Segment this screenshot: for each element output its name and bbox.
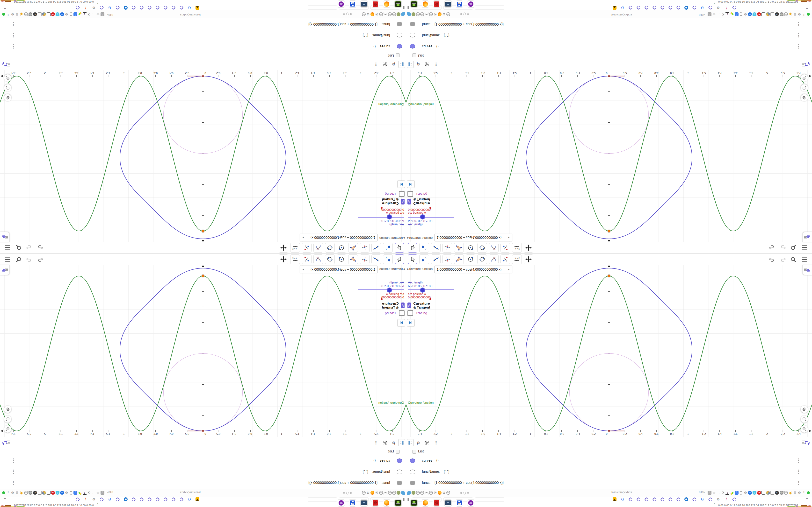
plus-blue-icon[interactable]: +	[60, 12, 64, 16]
toolbar-button-conic-tool[interactable]	[477, 243, 487, 252]
kebab-icon[interactable]: •••	[13, 469, 14, 474]
panel-toggle-button[interactable]	[0, 265, 10, 275]
drop-icon[interactable]	[407, 491, 411, 495]
bookmark-google-icon[interactable]: G	[108, 6, 112, 10]
bookmark-geogebra-icon[interactable]	[148, 6, 152, 10]
globe-icon[interactable]	[24, 491, 28, 495]
kebab-icon[interactable]: •••	[798, 458, 799, 463]
curvature-tangent-checkbox[interactable]: ✓	[407, 302, 411, 308]
bookmark-google-icon[interactable]: G	[188, 6, 191, 10]
algebra-row[interactable]: curves = {} •••	[406, 40, 812, 52]
translate-blue-icon[interactable]: A	[735, 12, 739, 16]
bookmark-geogebra-icon[interactable]	[116, 497, 120, 501]
bookmark-geogebra-icon[interactable]	[628, 497, 632, 501]
plus-blue-icon[interactable]: +	[748, 12, 752, 16]
tracing-checkbox[interactable]	[399, 310, 405, 316]
crayon-icon[interactable]	[78, 491, 82, 495]
toolbar-button-polygon-tool[interactable]	[348, 255, 358, 264]
dock-green-device-icon[interactable]	[410, 0, 418, 8]
mouse-icon[interactable]	[69, 491, 73, 495]
zoom-in-button[interactable]	[4, 415, 11, 423]
tracing-checkbox[interactable]	[399, 191, 405, 197]
stylebar-kebab-menu[interactable]: •••	[372, 61, 379, 68]
bookmark-geogebra-icon[interactable]	[156, 6, 159, 10]
bookmark-f-red-icon[interactable]: f	[84, 497, 88, 501]
wrench-icon[interactable]: ⚒	[15, 491, 19, 495]
shield-cyan-icon[interactable]: ↓	[56, 491, 59, 495]
visibility-marble[interactable]	[397, 22, 402, 26]
olive-circle-icon[interactable]	[397, 12, 400, 16]
toolbar-button-move-tool[interactable]	[408, 243, 417, 252]
dock-monitor-icon[interactable]	[360, 499, 367, 507]
trash-icon[interactable]	[761, 491, 765, 495]
kebab-icon[interactable]: •••	[13, 44, 14, 49]
dock-floppy64-icon[interactable]: 64	[456, 499, 463, 507]
algebra-row[interactable]: funcNames = {" "} •••	[0, 466, 406, 478]
dark-circle-icon[interactable]: UO	[33, 491, 37, 495]
gear-icon[interactable]: ⚙	[744, 491, 748, 495]
bookmark-google-icon[interactable]: G	[188, 497, 191, 501]
zoom-out-button[interactable]	[4, 426, 11, 433]
globe-icon[interactable]	[420, 12, 424, 16]
toolbar-button-conic-tool[interactable]	[477, 255, 487, 264]
globe-icon[interactable]	[392, 491, 396, 495]
gear-icon[interactable]: ⚙	[11, 491, 14, 495]
slider-thumb[interactable]	[420, 214, 425, 219]
skip-forward-button[interactable]	[397, 181, 405, 188]
toolbar-button-move-graphics-tool[interactable]	[524, 243, 534, 252]
bookmark-geogebra-icon[interactable]	[100, 497, 104, 501]
curvature-tangent-checkbox[interactable]: ✓	[401, 199, 405, 205]
bookmark-geogebra-icon[interactable]	[732, 6, 736, 10]
arc-length-slider[interactable]	[408, 217, 454, 218]
bookmark-chat-icon[interactable]	[124, 497, 128, 501]
toolbar-button-line-tool[interactable]	[371, 255, 381, 264]
function-dropdown[interactable]: 1.000000000000 + cos(4.000000000000 x) ▼	[435, 234, 512, 241]
toolbar-button-slider-tool[interactable]: a = 2	[290, 255, 300, 264]
shield-gray-icon[interactable]: Ⓥ	[29, 12, 33, 16]
toolbar-button-polygon-tool[interactable]	[348, 243, 358, 252]
visibility-marble[interactable]	[410, 481, 415, 485]
graphics-view[interactable]: -2.4-2.2-2-1.8-1.6-1.4-1.2-1-0.8-0.6-0.4…	[406, 69, 812, 242]
arc-length-slider[interactable]	[408, 289, 454, 290]
ghost-tab[interactable]	[475, 5, 504, 10]
compass-icon[interactable]	[766, 12, 770, 16]
red-circle-icon[interactable]: ICP	[757, 12, 761, 16]
translate-blue-icon[interactable]: A	[73, 491, 77, 495]
shield-gray-icon[interactable]: Ⓥ	[29, 491, 33, 495]
visibility-marble[interactable]	[397, 33, 402, 38]
thumb-icon[interactable]: ☝	[789, 491, 793, 495]
dock-green-device-icon[interactable]	[410, 499, 418, 507]
algebra-row[interactable]: funcs = {1.000000000000 + cos(4.00000000…	[0, 477, 406, 489]
slider-thumb[interactable]	[380, 298, 383, 300]
home-button[interactable]	[801, 406, 808, 413]
chevron-up-icon[interactable]: ⌃	[3, 6, 6, 10]
arc-position-slider[interactable]	[408, 208, 454, 208]
visibility-marble[interactable]	[397, 44, 402, 49]
ghost-tab[interactable]	[475, 497, 504, 502]
undo-button[interactable]	[768, 256, 775, 263]
mouse-icon[interactable]	[739, 12, 743, 16]
download-icon[interactable]: ↓	[725, 12, 729, 16]
wrench-icon[interactable]: ⚒	[375, 12, 379, 16]
tree-view-button[interactable]	[398, 439, 405, 446]
drop-icon[interactable]	[401, 491, 405, 495]
url-text[interactable]: lassic/aagcxh3s	[180, 13, 201, 16]
dock-floppy64-icon[interactable]: 64	[349, 0, 356, 8]
box-icon[interactable]	[38, 491, 42, 495]
shield-cyan-icon[interactable]: ↓	[753, 12, 756, 16]
globe-icon[interactable]	[446, 491, 450, 495]
gauge-icon[interactable]	[424, 12, 428, 16]
bookmark-image-icon[interactable]	[613, 497, 616, 501]
mouse-icon[interactable]	[69, 12, 73, 16]
bookmark-geogebra-icon[interactable]	[637, 497, 641, 501]
toolbar-button-slider-tool[interactable]: a = 2	[290, 243, 300, 252]
translate-blue-icon[interactable]: A	[735, 491, 739, 495]
bookmark-gear-icon[interactable]: ⚙	[92, 6, 96, 10]
zoom-out-button[interactable]	[801, 426, 808, 433]
bookmark-geogebra-icon[interactable]	[708, 6, 712, 10]
globe-icon[interactable]	[429, 491, 433, 495]
kebab-icon[interactable]: •••	[798, 33, 799, 38]
collapse-button[interactable]: –	[396, 450, 400, 454]
plus-blue-icon[interactable]: +	[748, 491, 752, 495]
olive-circle-icon[interactable]	[397, 491, 400, 495]
